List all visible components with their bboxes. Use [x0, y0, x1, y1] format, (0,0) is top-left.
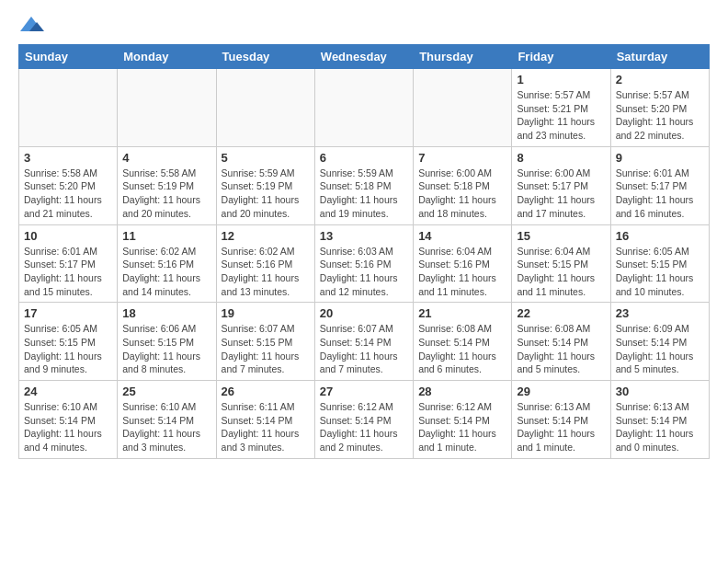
weekday-header-friday: Friday	[512, 45, 610, 69]
day-details: Sunrise: 5:58 AM Sunset: 5:20 PM Dayligh…	[24, 167, 112, 221]
day-details: Sunrise: 6:11 AM Sunset: 5:14 PM Dayligh…	[222, 400, 310, 454]
day-number: 6	[320, 151, 408, 165]
day-number: 29	[517, 385, 605, 398]
day-number: 24	[24, 385, 112, 398]
weekday-header-saturday: Saturday	[610, 45, 709, 69]
day-number: 19	[222, 306, 310, 320]
day-number: 3	[24, 151, 112, 165]
calendar-cell: 22Sunrise: 6:08 AM Sunset: 5:14 PM Dayli…	[512, 303, 610, 381]
calendar-cell: 20Sunrise: 6:07 AM Sunset: 5:14 PM Dayli…	[314, 303, 413, 381]
week-row-3: 17Sunrise: 6:05 AM Sunset: 5:15 PM Dayli…	[19, 303, 710, 381]
calendar-cell: 18Sunrise: 6:06 AM Sunset: 5:15 PM Dayli…	[118, 303, 216, 381]
day-number: 10	[24, 229, 112, 243]
weekday-header-monday: Monday	[118, 45, 216, 69]
week-row-4: 24Sunrise: 6:10 AM Sunset: 5:14 PM Dayli…	[19, 381, 710, 459]
day-details: Sunrise: 6:07 AM Sunset: 5:14 PM Dayligh…	[320, 322, 408, 376]
day-number: 11	[122, 229, 210, 243]
day-number: 18	[122, 306, 210, 320]
day-number: 12	[222, 229, 310, 243]
day-number: 15	[517, 229, 605, 243]
day-details: Sunrise: 6:06 AM Sunset: 5:15 PM Dayligh…	[122, 322, 210, 376]
day-details: Sunrise: 6:01 AM Sunset: 5:17 PM Dayligh…	[24, 245, 112, 299]
day-number: 27	[320, 385, 408, 398]
day-details: Sunrise: 6:03 AM Sunset: 5:16 PM Dayligh…	[320, 245, 408, 299]
day-number: 20	[320, 306, 408, 320]
calendar-cell	[414, 69, 512, 147]
day-number: 8	[517, 151, 605, 165]
calendar-cell: 10Sunrise: 6:01 AM Sunset: 5:17 PM Dayli…	[19, 224, 118, 303]
calendar-table: SundayMondayTuesdayWednesdayThursdayFrid…	[18, 44, 710, 459]
calendar-cell: 9Sunrise: 6:01 AM Sunset: 5:17 PM Daylig…	[610, 146, 709, 224]
calendar-cell: 4Sunrise: 5:58 AM Sunset: 5:19 PM Daylig…	[118, 146, 216, 224]
day-number: 14	[418, 229, 506, 243]
day-number: 16	[616, 229, 704, 243]
day-number: 25	[122, 385, 210, 398]
weekday-header-row: SundayMondayTuesdayWednesdayThursdayFrid…	[19, 45, 710, 69]
day-number: 23	[616, 306, 704, 320]
week-row-1: 3Sunrise: 5:58 AM Sunset: 5:20 PM Daylig…	[19, 146, 710, 224]
calendar-cell: 13Sunrise: 6:03 AM Sunset: 5:16 PM Dayli…	[314, 224, 413, 303]
calendar-cell: 28Sunrise: 6:12 AM Sunset: 5:14 PM Dayli…	[414, 381, 512, 459]
day-details: Sunrise: 6:12 AM Sunset: 5:14 PM Dayligh…	[418, 400, 506, 454]
day-details: Sunrise: 5:58 AM Sunset: 5:19 PM Dayligh…	[122, 167, 210, 221]
logo	[18, 15, 48, 35]
week-row-2: 10Sunrise: 6:01 AM Sunset: 5:17 PM Dayli…	[19, 224, 710, 303]
day-details: Sunrise: 6:13 AM Sunset: 5:14 PM Dayligh…	[616, 400, 704, 454]
day-number: 22	[517, 306, 605, 320]
logo-icon	[18, 15, 44, 35]
day-number: 1	[517, 73, 605, 86]
calendar-cell: 24Sunrise: 6:10 AM Sunset: 5:14 PM Dayli…	[19, 381, 118, 459]
calendar-cell: 3Sunrise: 5:58 AM Sunset: 5:20 PM Daylig…	[19, 146, 118, 224]
day-number: 5	[222, 151, 310, 165]
day-details: Sunrise: 6:05 AM Sunset: 5:15 PM Dayligh…	[616, 245, 704, 299]
calendar-cell: 14Sunrise: 6:04 AM Sunset: 5:16 PM Dayli…	[414, 224, 512, 303]
calendar-cell: 12Sunrise: 6:02 AM Sunset: 5:16 PM Dayli…	[216, 224, 314, 303]
day-details: Sunrise: 6:00 AM Sunset: 5:18 PM Dayligh…	[418, 167, 506, 221]
day-number: 26	[222, 385, 310, 398]
calendar-cell: 2Sunrise: 5:57 AM Sunset: 5:20 PM Daylig…	[610, 69, 709, 147]
calendar-body: 1Sunrise: 5:57 AM Sunset: 5:21 PM Daylig…	[19, 69, 710, 459]
day-number: 30	[616, 385, 704, 398]
day-details: Sunrise: 6:04 AM Sunset: 5:16 PM Dayligh…	[418, 245, 506, 299]
calendar-cell: 15Sunrise: 6:04 AM Sunset: 5:15 PM Dayli…	[512, 224, 610, 303]
calendar-cell	[19, 69, 118, 147]
calendar-cell: 30Sunrise: 6:13 AM Sunset: 5:14 PM Dayli…	[610, 381, 709, 459]
day-number: 13	[320, 229, 408, 243]
calendar-cell: 7Sunrise: 6:00 AM Sunset: 5:18 PM Daylig…	[414, 146, 512, 224]
day-details: Sunrise: 5:59 AM Sunset: 5:19 PM Dayligh…	[222, 167, 310, 221]
calendar-cell: 19Sunrise: 6:07 AM Sunset: 5:15 PM Dayli…	[216, 303, 314, 381]
calendar-cell: 21Sunrise: 6:08 AM Sunset: 5:14 PM Dayli…	[414, 303, 512, 381]
day-number: 28	[418, 385, 506, 398]
calendar-cell: 11Sunrise: 6:02 AM Sunset: 5:16 PM Dayli…	[118, 224, 216, 303]
day-details: Sunrise: 6:10 AM Sunset: 5:14 PM Dayligh…	[122, 400, 210, 454]
day-details: Sunrise: 6:08 AM Sunset: 5:14 PM Dayligh…	[517, 322, 605, 376]
calendar-cell: 25Sunrise: 6:10 AM Sunset: 5:14 PM Dayli…	[118, 381, 216, 459]
header	[18, 15, 710, 35]
day-details: Sunrise: 6:07 AM Sunset: 5:15 PM Dayligh…	[222, 322, 310, 376]
day-details: Sunrise: 6:01 AM Sunset: 5:17 PM Dayligh…	[616, 167, 704, 221]
calendar-cell: 27Sunrise: 6:12 AM Sunset: 5:14 PM Dayli…	[314, 381, 413, 459]
calendar-cell	[216, 69, 314, 147]
day-number: 2	[616, 73, 704, 86]
day-details: Sunrise: 6:05 AM Sunset: 5:15 PM Dayligh…	[24, 322, 112, 376]
calendar-cell: 6Sunrise: 5:59 AM Sunset: 5:18 PM Daylig…	[314, 146, 413, 224]
day-number: 4	[122, 151, 210, 165]
calendar-cell: 23Sunrise: 6:09 AM Sunset: 5:14 PM Dayli…	[610, 303, 709, 381]
calendar-cell: 1Sunrise: 5:57 AM Sunset: 5:21 PM Daylig…	[512, 69, 610, 147]
day-details: Sunrise: 6:10 AM Sunset: 5:14 PM Dayligh…	[24, 400, 112, 454]
weekday-header-sunday: Sunday	[19, 45, 118, 69]
day-details: Sunrise: 5:59 AM Sunset: 5:18 PM Dayligh…	[320, 167, 408, 221]
weekday-header-wednesday: Wednesday	[314, 45, 413, 69]
day-details: Sunrise: 6:00 AM Sunset: 5:17 PM Dayligh…	[517, 167, 605, 221]
day-number: 21	[418, 306, 506, 320]
calendar-cell	[314, 69, 413, 147]
day-details: Sunrise: 6:12 AM Sunset: 5:14 PM Dayligh…	[320, 400, 408, 454]
day-details: Sunrise: 6:09 AM Sunset: 5:14 PM Dayligh…	[616, 322, 704, 376]
calendar-cell: 17Sunrise: 6:05 AM Sunset: 5:15 PM Dayli…	[19, 303, 118, 381]
day-number: 17	[24, 306, 112, 320]
calendar-cell: 16Sunrise: 6:05 AM Sunset: 5:15 PM Dayli…	[610, 224, 709, 303]
day-details: Sunrise: 6:02 AM Sunset: 5:16 PM Dayligh…	[222, 245, 310, 299]
day-number: 7	[418, 151, 506, 165]
weekday-header-tuesday: Tuesday	[216, 45, 314, 69]
day-details: Sunrise: 5:57 AM Sunset: 5:20 PM Dayligh…	[616, 88, 704, 143]
